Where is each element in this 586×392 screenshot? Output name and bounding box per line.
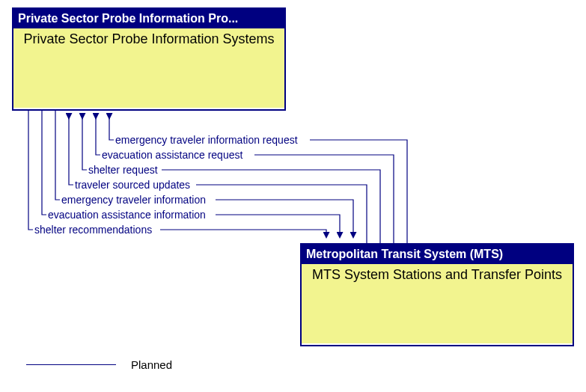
legend-text-planned: Planned <box>131 358 172 371</box>
entity-private-sector-header: Private Sector Probe Information Pro... <box>13 9 284 28</box>
flow-label-emergency-traveler-info-request: emergency traveler information request <box>115 134 298 146</box>
entity-private-sector-body: Private Sector Probe Information Systems <box>13 28 284 108</box>
entity-private-sector: Private Sector Probe Information Pro... … <box>12 7 286 111</box>
entity-private-sector-title: Private Sector Probe Information Systems <box>23 31 274 47</box>
entity-mts: Metropolitan Transit System (MTS) MTS Sy… <box>300 243 574 346</box>
flow-label-evacuation-assistance-information: evacuation assistance information <box>48 209 206 221</box>
entity-mts-header: Metropolitan Transit System (MTS) <box>302 245 573 264</box>
flow-label-shelter-request: shelter request <box>88 164 158 176</box>
flow-label-shelter-recommendations: shelter recommendations <box>34 224 152 236</box>
flow-label-evacuation-assistance-request: evacuation assistance request <box>102 149 242 161</box>
entity-mts-title: MTS System Stations and Transfer Points <box>312 267 562 283</box>
flow-label-traveler-sourced-updates: traveler sourced updates <box>75 179 190 191</box>
entity-mts-body: MTS System Stations and Transfer Points <box>302 264 573 343</box>
flow-label-emergency-traveler-information: emergency traveler information <box>61 194 206 206</box>
legend-line-planned <box>26 364 116 365</box>
